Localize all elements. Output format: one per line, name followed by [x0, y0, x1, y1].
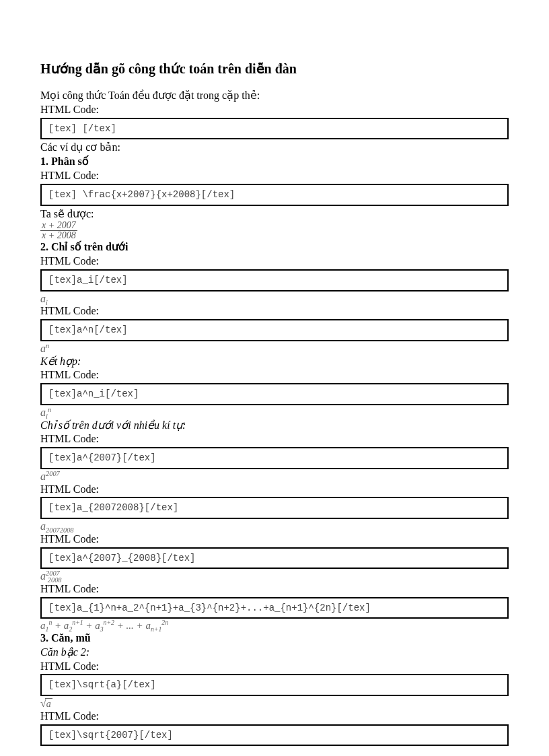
frac-render: x + 2007 x + 2008 — [40, 221, 509, 240]
code-block-aboth: [tex]a^{2007}_{2008}[/tex] — [40, 547, 509, 570]
math-base: a — [40, 407, 46, 418]
section-2-heading: 2. Chỉ số trên dưới — [40, 240, 509, 254]
html-code-label: HTML Code: — [40, 103, 509, 117]
render-sqrt-a: √a — [40, 697, 509, 710]
html-code-label: HTML Code: — [40, 582, 509, 596]
code-block-tex-wrapper: [tex] [/tex] — [40, 118, 509, 140]
render-a-sup-n: an — [40, 343, 509, 355]
math-sup: n — [46, 342, 49, 349]
code-block-combine: [tex]a^n_i[/tex] — [40, 383, 509, 405]
render-a-sup-2007: a2007 — [40, 471, 509, 483]
frac-denominator: x + 2008 — [40, 230, 77, 240]
page-title: Hướng dẫn gõ công thức toán trên diễn đà… — [40, 61, 509, 77]
render-a-sub-20072008: a20072008 — [40, 520, 509, 532]
math-sup: n — [48, 406, 51, 413]
math-base: a — [40, 570, 46, 582]
code-block-sub: [tex]a_i[/tex] — [40, 269, 509, 291]
render-a-sub-i: ai — [40, 293, 509, 305]
code-block-sqrta: [tex]\sqrt{a}[/tex] — [40, 674, 509, 696]
code-block-a2007: [tex]a^{2007}[/tex] — [40, 447, 509, 469]
sqrt2-label: Căn bậc 2: — [40, 646, 509, 660]
code-block-sqrt2007: [tex]\sqrt{2007}[/tex] — [40, 724, 509, 747]
examples-intro: Các ví dụ cơ bản: — [40, 141, 509, 155]
code-block-frac: [tex] \frac{x+2007}{x+2008}[/tex] — [40, 184, 509, 206]
html-code-label: HTML Code: — [40, 304, 509, 318]
html-code-label: HTML Code: — [40, 532, 509, 547]
render-a-sup-n-sub-i: ain — [40, 407, 509, 419]
radicand: a — [45, 698, 52, 709]
html-code-label: HTML Code: — [40, 432, 509, 446]
combine-label: Kết hợp: — [40, 355, 509, 369]
code-block-series: [tex]a_{1}^n+a_2^{n+1}+a_{3}^{n+2}+...+a… — [40, 597, 509, 619]
html-code-label: HTML Code: — [40, 254, 509, 269]
code-block-a20072008: [tex]a_{20072008}[/tex] — [40, 497, 509, 519]
math-base: a — [40, 293, 46, 304]
frac-numerator: x + 2007 — [40, 221, 77, 230]
render-series: a1n + a2n+1 + a3n+2 + ... + an+12n — [40, 620, 509, 631]
result-label: Ta sẽ được: — [40, 207, 509, 221]
math-base: a — [40, 343, 46, 354]
render-a-both: a20072008 — [40, 570, 509, 582]
math-sup: 2007 — [46, 470, 60, 477]
html-code-label: HTML Code: — [40, 660, 509, 674]
code-block-sup: [tex]a^n[/tex] — [40, 319, 509, 341]
multi-label: Chỉ số trên dưới với nhiều kí tự: — [40, 419, 509, 433]
math-base: a — [40, 520, 46, 532]
section-3-heading: 3. Căn, mũ — [40, 631, 509, 646]
intro-text: Mọi công thức Toán đều được đặt trong cặ… — [40, 89, 509, 103]
html-code-label: HTML Code: — [40, 368, 509, 382]
html-code-label: HTML Code: — [40, 710, 509, 724]
html-code-label: HTML Code: — [40, 169, 509, 183]
section-1-heading: 1. Phân số — [40, 155, 509, 169]
html-code-label: HTML Code: — [40, 483, 509, 497]
math-base: a — [40, 471, 46, 482]
